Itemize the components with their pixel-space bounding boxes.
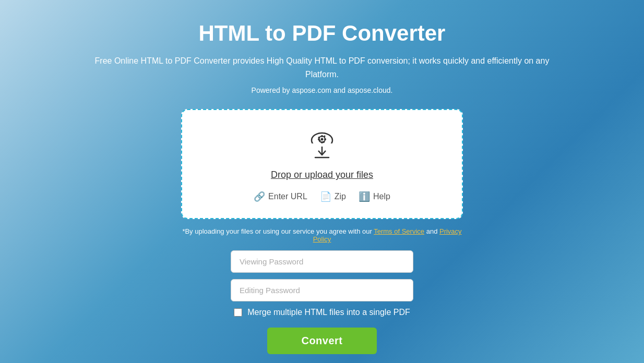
- svg-point-3: [321, 138, 324, 141]
- svg-rect-6: [318, 139, 320, 140]
- svg-rect-7: [324, 139, 326, 140]
- viewing-password-input[interactable]: [231, 250, 413, 273]
- enter-url-label: Enter URL: [268, 192, 307, 201]
- enter-url-link[interactable]: 🔗 Enter URL: [254, 191, 307, 202]
- editing-password-input[interactable]: [231, 279, 413, 301]
- action-links-row: 🔗 Enter URL 📄 Zip ℹ️ Help: [254, 191, 390, 202]
- merge-checkbox[interactable]: [234, 308, 242, 317]
- url-icon: 🔗: [254, 191, 265, 202]
- zip-icon: 📄: [320, 191, 331, 202]
- upload-dropzone[interactable]: Drop or upload your files 🔗 Enter URL 📄 …: [181, 109, 463, 219]
- page-title: HTML to PDF Converter: [199, 21, 446, 46]
- help-link[interactable]: ℹ️ Help: [359, 191, 390, 202]
- convert-button[interactable]: Convert: [267, 328, 377, 354]
- merge-label: Merge multiple HTML files into a single …: [247, 308, 410, 317]
- drop-upload-text[interactable]: Drop or upload your files: [271, 170, 373, 180]
- terms-of-service-link[interactable]: Terms of Service: [374, 227, 424, 235]
- merge-checkbox-row: Merge multiple HTML files into a single …: [234, 308, 410, 317]
- svg-rect-5: [321, 141, 323, 143]
- zip-link[interactable]: 📄 Zip: [320, 191, 346, 202]
- page-subtitle: Free Online HTML to PDF Converter provid…: [87, 54, 557, 81]
- upload-icon: [304, 129, 340, 162]
- svg-rect-4: [321, 135, 323, 137]
- help-icon: ℹ️: [359, 191, 370, 202]
- terms-text: *By uploading your files or using our se…: [181, 227, 463, 243]
- help-label: Help: [373, 192, 390, 201]
- powered-by-text: Powered by aspose.com and aspose.cloud.: [252, 86, 393, 94]
- zip-label: Zip: [335, 192, 346, 201]
